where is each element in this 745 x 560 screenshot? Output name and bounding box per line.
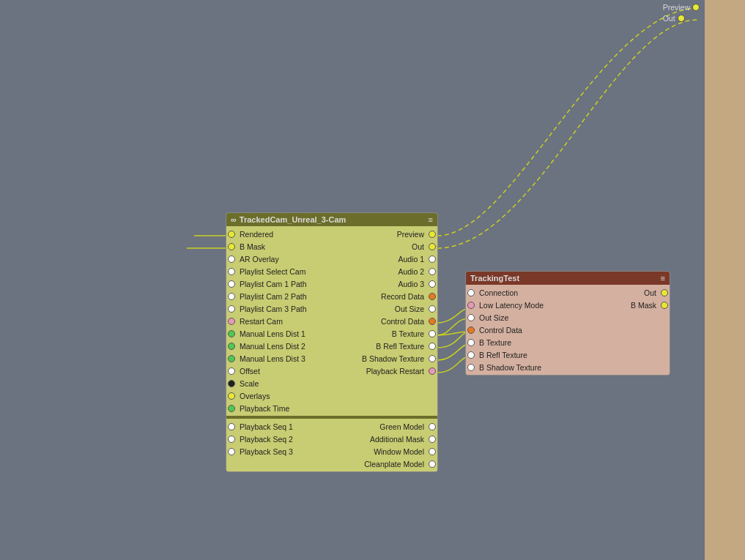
additional-mask-label: Additional Mask <box>370 435 424 444</box>
playlist-select-cam-port[interactable] <box>228 268 235 275</box>
control-data-out-label: Control Data <box>381 317 424 326</box>
node-row: Manual Lens Dist 2 B Refl Texture <box>226 340 437 352</box>
playlist-cam3-port[interactable] <box>228 305 235 313</box>
window-model-label: Window Model <box>374 447 424 456</box>
green-model-label: Green Model <box>379 422 424 431</box>
tracking-test-menu-icon[interactable]: ≡ <box>661 274 665 283</box>
playlist-cam1-port[interactable] <box>228 280 235 288</box>
audio3-label: Audio 3 <box>398 280 424 288</box>
playback-seq2-port[interactable] <box>228 436 235 443</box>
offset-port[interactable] <box>228 367 235 375</box>
b-shadow-texture-port[interactable] <box>429 355 436 362</box>
tt-b-shadow-texture-label: B Shadow Texture <box>479 363 541 372</box>
section-divider <box>226 416 437 419</box>
tracked-cam-menu-icon[interactable]: ≡ <box>429 215 433 224</box>
tracked-cam-body: Rendered Preview B Mask Out AR Overlay <box>226 226 437 471</box>
node-row: Offset Playback Restart <box>226 365 437 377</box>
node-row: Restart Cam Control Data <box>226 315 437 327</box>
preview-port[interactable] <box>429 231 436 238</box>
out-size-port[interactable] <box>429 305 436 313</box>
tt-out-size-port[interactable] <box>467 314 475 321</box>
out-label: Out <box>412 242 424 251</box>
top-outputs: Preview Out <box>663 3 700 23</box>
manual-lens3-port[interactable] <box>228 355 235 362</box>
playback-restart-port[interactable] <box>429 367 436 375</box>
node-row: Playback Time <box>226 402 437 414</box>
playback-seq3-port[interactable] <box>228 448 235 455</box>
ar-overlay-port[interactable] <box>228 255 235 263</box>
connection-port[interactable] <box>467 289 475 296</box>
low-latency-mode-port[interactable] <box>467 302 475 309</box>
tt-out-port[interactable] <box>661 289 668 296</box>
green-model-port[interactable] <box>429 423 436 430</box>
right-panel <box>705 0 745 560</box>
node-row: Playlist Cam 2 Path Record Data <box>226 290 437 302</box>
playback-seq1-port[interactable] <box>228 423 235 430</box>
tracking-test-header: TrackingTest ≡ <box>466 272 670 285</box>
node-row: Playback Seq 1 Green Model <box>226 420 437 433</box>
tracked-cam-node: ∞ TrackedCam_Unreal_3-Cam ≡ Rendered Pre… <box>226 212 438 472</box>
rendered-label: Rendered <box>240 230 273 239</box>
node-row: Rendered Preview <box>226 228 437 240</box>
playlist-select-cam-label: Playlist Select Cam <box>240 267 305 276</box>
tt-b-texture-port[interactable] <box>467 339 475 346</box>
connection-label: Connection <box>479 288 518 297</box>
tt-b-shadow-texture-port[interactable] <box>467 364 475 371</box>
audio3-port[interactable] <box>429 280 436 288</box>
record-data-port[interactable] <box>429 293 436 300</box>
manual-lens1-label: Manual Lens Dist 1 <box>240 329 305 338</box>
cleanplate-model-port[interactable] <box>429 460 436 468</box>
playlist-cam2-port[interactable] <box>228 293 235 300</box>
node-row: Connection Out <box>466 286 670 299</box>
playlist-cam3-label: Playlist Cam 3 Path <box>240 305 307 313</box>
node-row: Playlist Cam 3 Path Out Size <box>226 302 437 315</box>
link-icon: ∞ <box>231 215 237 224</box>
manual-lens1-port[interactable] <box>228 330 235 337</box>
playback-seq2-label: Playback Seq 2 <box>240 435 293 444</box>
playback-seq1-label: Playback Seq 1 <box>240 422 293 431</box>
node-row: Scale <box>226 377 437 389</box>
low-latency-mode-label: Low Latency Mode <box>479 301 544 310</box>
restart-cam-label: Restart Cam <box>240 317 283 326</box>
out-port[interactable] <box>429 243 436 250</box>
cleanplate-model-label: Cleanplate Model <box>364 460 424 468</box>
audio1-port[interactable] <box>429 255 436 263</box>
ar-overlay-label: AR Overlay <box>240 255 279 264</box>
tt-b-refl-texture-port[interactable] <box>467 351 475 359</box>
b-texture-port[interactable] <box>429 330 436 337</box>
playback-time-port[interactable] <box>228 405 235 412</box>
playlist-cam1-label: Playlist Cam 1 Path <box>240 280 307 288</box>
scale-port[interactable] <box>228 380 235 387</box>
tt-control-data-port[interactable] <box>467 326 475 334</box>
manual-lens2-label: Manual Lens Dist 2 <box>240 342 305 351</box>
node-row: B Mask Out <box>226 240 437 253</box>
control-data-out-port[interactable] <box>429 318 436 325</box>
top-out-port[interactable] <box>678 15 685 22</box>
rendered-port[interactable] <box>228 231 235 238</box>
manual-lens3-label: Manual Lens Dist 3 <box>240 354 305 363</box>
bmask-in-label: B Mask <box>240 242 265 251</box>
tt-b-refl-texture-label: B Refl Texture <box>479 351 527 359</box>
playlist-cam2-label: Playlist Cam 2 Path <box>240 292 307 301</box>
bmask-in-port[interactable] <box>228 243 235 250</box>
window-model-port[interactable] <box>429 448 436 455</box>
node-row: AR Overlay Audio 1 <box>226 253 437 265</box>
overlays-port[interactable] <box>228 392 235 400</box>
scale-label: Scale <box>240 379 259 388</box>
tt-bmask-port[interactable] <box>661 302 668 309</box>
tracking-test-body: Connection Out Low Latency Mode B Mask O… <box>466 285 670 375</box>
overlays-label: Overlays <box>240 392 270 400</box>
node-row: Control Data <box>466 324 670 336</box>
b-refl-texture-port[interactable] <box>429 343 436 350</box>
tracking-test-node: TrackingTest ≡ Connection Out Low Latenc… <box>465 271 670 376</box>
manual-lens2-port[interactable] <box>228 343 235 350</box>
additional-mask-port[interactable] <box>429 436 436 443</box>
restart-cam-port[interactable] <box>228 318 235 325</box>
node-row: Out Size <box>466 311 670 324</box>
audio2-port[interactable] <box>429 268 436 275</box>
node-row: Playback Seq 3 Window Model <box>226 445 437 458</box>
node-row: B Refl Texture <box>466 348 670 361</box>
top-preview-port[interactable] <box>692 4 700 11</box>
top-out-label: Out <box>663 14 675 23</box>
tt-out-label: Out <box>644 288 656 297</box>
